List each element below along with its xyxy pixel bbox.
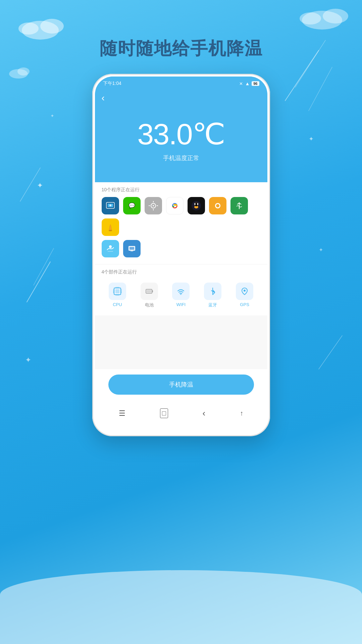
bluetooth-component[interactable]: 蓝牙 — [197, 283, 229, 308]
status-time: 下午1:04 — [103, 81, 121, 87]
temperature-status: 手机温度正常 — [95, 154, 267, 162]
svg-point-19 — [17, 67, 30, 76]
svg-point-43 — [216, 204, 219, 207]
home-nav-button[interactable]: □ — [160, 408, 168, 418]
svg-point-15 — [302, 11, 342, 30]
gps-label: GPS — [240, 302, 249, 307]
svg-point-71 — [244, 290, 246, 292]
empty-content-area — [95, 315, 267, 369]
cpu-icon-wrap — [109, 283, 126, 300]
app-icons-grid: 💬 — [102, 197, 261, 240]
svg-point-16 — [323, 9, 348, 23]
svg-text:✦: ✦ — [25, 356, 31, 364]
list-item[interactable] — [230, 197, 248, 214]
temperature-display: 33.0℃ 手机温度正常 — [95, 107, 267, 169]
bluetooth-label: 蓝牙 — [208, 302, 217, 308]
cpu-component[interactable]: CPU — [102, 283, 134, 308]
svg-text:✦: ✦ — [37, 181, 43, 190]
svg-text:✦: ✦ — [319, 247, 323, 253]
running-components-title: 4个部件正在运行 — [102, 269, 261, 275]
svg-rect-54 — [115, 289, 119, 293]
list-item[interactable] — [102, 197, 119, 214]
svg-line-5 — [20, 168, 40, 201]
list-item[interactable]: 💬 — [123, 197, 141, 214]
menu-nav-button[interactable]: ☰ — [119, 409, 125, 418]
gps-component[interactable]: GPS — [229, 283, 261, 308]
nav-bar: ☰ □ ‹ ↑ — [95, 403, 267, 425]
svg-point-14 — [18, 22, 39, 35]
cpu-label: CPU — [113, 302, 122, 307]
x-icon: ✕ — [239, 81, 243, 86]
phone-frame: 下午1:04 ✕ ▲ 96 ‹ 33.0℃ 手机温度正常 10个程序正在运行 — [92, 74, 270, 436]
svg-line-1 — [34, 248, 54, 285]
list-item[interactable] — [188, 197, 205, 214]
gps-icon-wrap — [236, 283, 253, 300]
bluetooth-icon-wrap — [204, 283, 221, 300]
back-nav-button[interactable]: ‹ — [203, 408, 206, 418]
svg-point-46 — [109, 230, 112, 231]
phone-screen: 下午1:04 ✕ ▲ 96 ‹ 33.0℃ 手机温度正常 10个程序正在运行 — [95, 77, 267, 434]
content-area: 10个程序正在运行 💬 — [95, 182, 267, 425]
temperature-value: 33.0℃ — [95, 117, 267, 151]
svg-point-27 — [153, 205, 154, 206]
battery-label: 电池 — [145, 302, 154, 308]
svg-rect-68 — [152, 290, 153, 292]
list-item[interactable] — [145, 197, 162, 214]
svg-rect-51 — [130, 247, 134, 250]
svg-rect-69 — [147, 290, 151, 293]
svg-line-0 — [27, 262, 50, 302]
main-title: 随时随地给手机降温 — [0, 37, 362, 60]
svg-point-22 — [109, 204, 111, 206]
status-bar: 下午1:04 ✕ ▲ 96 — [95, 77, 267, 89]
svg-point-17 — [300, 12, 321, 24]
wifi-icon-wrap — [172, 283, 190, 300]
wifi-label: WIFI — [176, 302, 186, 307]
bottom-hill — [0, 570, 362, 644]
list-item[interactable] — [102, 218, 119, 236]
list-item[interactable] — [209, 197, 226, 214]
person-nav-button[interactable]: ↑ — [240, 409, 243, 417]
battery-status: 96 — [252, 81, 259, 86]
app-icons-grid-row2 — [102, 240, 261, 261]
svg-point-70 — [180, 294, 182, 295]
running-apps-title: 10个程序正在运行 — [102, 187, 261, 193]
list-item[interactable] — [166, 197, 184, 214]
running-apps-section: 10个程序正在运行 💬 — [95, 182, 267, 264]
running-components-section: 4个部件正在运行 CPU 电池 — [95, 264, 267, 315]
cool-phone-button[interactable]: 手机降温 — [108, 375, 254, 395]
svg-line-4 — [309, 67, 332, 111]
svg-line-6 — [319, 336, 342, 369]
status-icons: ✕ ▲ 96 — [239, 81, 259, 86]
svg-rect-52 — [131, 251, 133, 251]
svg-point-48 — [109, 245, 112, 248]
back-arrow-icon: ‹ — [102, 93, 105, 103]
svg-text:✦: ✦ — [309, 136, 314, 142]
svg-text:✦: ✦ — [50, 113, 54, 118]
battery-component[interactable]: 电池 — [133, 283, 165, 308]
list-item[interactable] — [102, 240, 119, 257]
battery-icon-wrap — [141, 283, 158, 300]
phone-top-section: 下午1:04 ✕ ▲ 96 ‹ 33.0℃ 手机温度正常 — [95, 77, 267, 182]
svg-point-18 — [9, 69, 28, 79]
list-item[interactable] — [123, 240, 141, 257]
wifi-status-icon: ▲ — [245, 81, 250, 86]
svg-point-13 — [40, 19, 64, 34]
components-grid: CPU 电池 WIFI — [102, 279, 261, 313]
back-button[interactable]: ‹ — [95, 89, 267, 107]
svg-point-39 — [195, 204, 195, 204]
wifi-component[interactable]: WIFI — [165, 283, 197, 308]
svg-text:💬: 💬 — [128, 202, 135, 209]
svg-point-40 — [197, 204, 198, 204]
